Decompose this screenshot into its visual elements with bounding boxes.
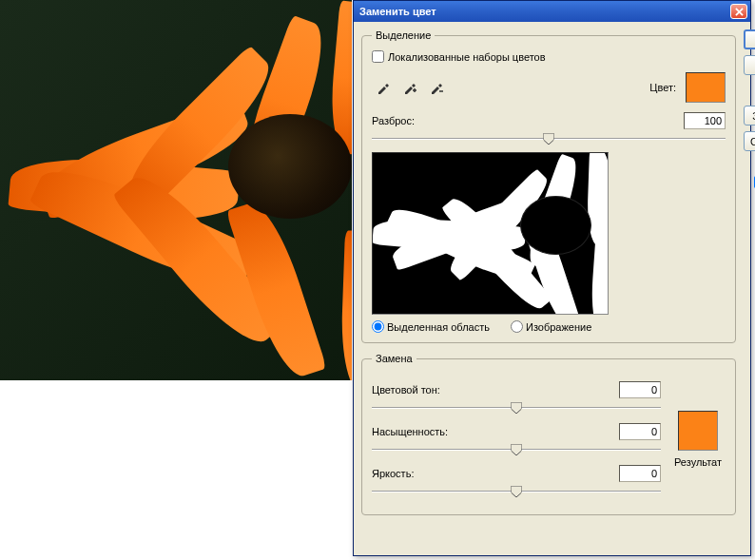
fuzziness-input[interactable] — [684, 112, 726, 129]
eyedropper-minus-icon[interactable] — [425, 76, 448, 99]
radio-image-label: Изображение — [526, 321, 591, 333]
background-flower-image — [0, 0, 352, 380]
sampled-color-swatch[interactable] — [686, 72, 726, 103]
lightness-input[interactable] — [619, 465, 661, 482]
load-button[interactable]: Загрузить... — [744, 106, 755, 126]
radio-image[interactable] — [511, 320, 523, 333]
lightness-slider[interactable] — [372, 484, 661, 499]
fuzziness-label: Разброс: — [372, 115, 415, 126]
selection-legend: Выделение — [372, 29, 435, 41]
ok-button[interactable]: ОК — [744, 29, 755, 49]
lightness-label: Яркость: — [372, 468, 414, 479]
replace-color-dialog: Заменить цвет Выделение Локализованные н… — [353, 0, 751, 556]
result-color-swatch[interactable] — [678, 411, 718, 451]
hue-slider[interactable] — [372, 400, 661, 415]
saturation-label: Насыщенность: — [372, 426, 448, 437]
localized-colors-checkbox[interactable] — [372, 50, 384, 63]
saturation-input[interactable] — [619, 423, 661, 440]
save-button[interactable]: Сохранить... — [744, 131, 755, 151]
eyedropper-plus-icon[interactable] — [398, 76, 421, 99]
dialog-title: Заменить цвет — [359, 6, 436, 17]
fuzziness-slider[interactable] — [372, 131, 726, 146]
eyedropper-icon[interactable] — [372, 76, 395, 99]
result-label: Результат — [674, 456, 722, 468]
cancel-button[interactable]: Отмена — [744, 55, 755, 75]
saturation-slider[interactable] — [372, 442, 661, 457]
selection-fieldset: Выделение Локализованные наборы цветов — [361, 29, 736, 343]
radio-selection[interactable] — [372, 320, 384, 333]
hue-input[interactable] — [619, 381, 661, 398]
dialog-titlebar[interactable]: Заменить цвет — [354, 1, 750, 22]
selection-preview — [372, 152, 609, 315]
hue-label: Цветовой тон: — [372, 384, 440, 396]
replace-fieldset: Замена Цветовой тон: Насыщенность: — [361, 353, 736, 515]
localized-colors-label: Локализованные наборы цветов — [388, 51, 546, 63]
color-label: Цвет: — [649, 82, 676, 93]
replace-legend: Замена — [372, 353, 416, 364]
close-button[interactable] — [730, 4, 747, 19]
radio-selection-label: Выделенная область — [387, 321, 490, 333]
